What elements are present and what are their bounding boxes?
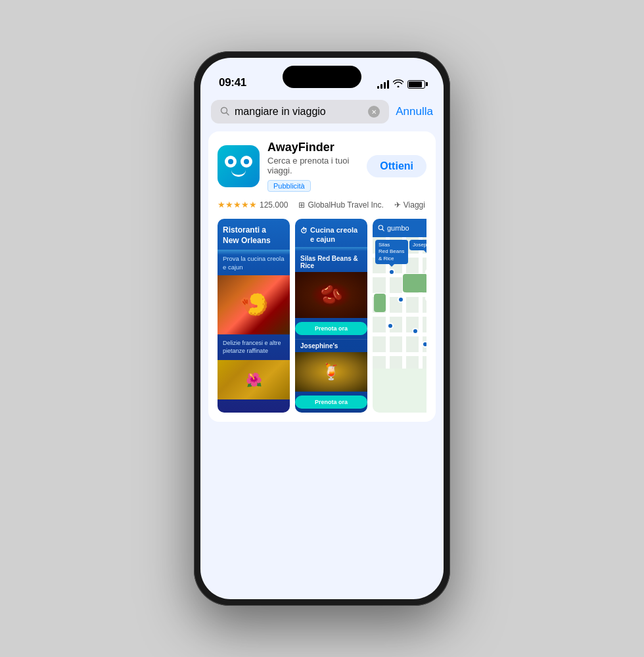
rating-count: 125.000 bbox=[260, 200, 288, 210]
map-pin-4 bbox=[425, 295, 426, 302]
map-pin-1 bbox=[388, 269, 395, 275]
screenshot-card-3: gumbo bbox=[373, 219, 426, 413]
map-park-2 bbox=[374, 294, 386, 312]
phone-screen: 09:41 bbox=[200, 58, 444, 599]
tooltip2-text: Josephine's bbox=[413, 242, 426, 248]
search-query: mangiare in viaggio bbox=[235, 106, 363, 118]
developer-item: ⊞ GlobalHub Travel Inc. bbox=[298, 200, 383, 210]
search-bar[interactable]: mangiare in viaggio ✕ bbox=[211, 100, 389, 124]
svg-line-1 bbox=[227, 112, 229, 115]
cancel-button[interactable]: Annulla bbox=[396, 105, 433, 118]
book-button-2[interactable]: Prenota ora bbox=[295, 396, 367, 409]
rating-item: ★★★★★ 125.000 bbox=[218, 200, 288, 210]
map-pin-7 bbox=[422, 341, 426, 348]
dynamic-island bbox=[283, 66, 361, 88]
map-search-bar[interactable]: gumbo bbox=[373, 219, 426, 237]
developer-icon: ⊞ bbox=[298, 200, 305, 210]
restaurant2-name: Josephine's bbox=[295, 340, 367, 352]
search-bar-container: mangiare in viaggio ✕ Annulla bbox=[200, 95, 444, 131]
app-info: AwayFinder Cerca e prenota i tuoi viaggi… bbox=[267, 141, 359, 192]
star-rating: ★★★★★ bbox=[218, 200, 257, 210]
map-search-icon bbox=[378, 225, 384, 231]
search-icon bbox=[220, 106, 229, 118]
app-meta: ★★★★★ 125.000 ⊞ GlobalHub Travel Inc. ✈ … bbox=[218, 200, 426, 210]
beans-food-image: 🫘 bbox=[295, 272, 367, 318]
card1-subtitle: Prova la cucina creola e cajun bbox=[218, 255, 290, 275]
card2-section-1: Silas Red Beans & Rice 🫘 Prenota ora bbox=[295, 251, 367, 340]
card1-footer: Delizie francesi e altre pietanze raffin… bbox=[218, 334, 290, 360]
app-store-card: AwayFinder Cerca e prenota i tuoi viaggi… bbox=[208, 131, 436, 422]
app-description: Cerca e prenota i tuoi viaggi. bbox=[267, 156, 359, 175]
map-area: SilasRed Beans& Rice Josephine's bbox=[373, 237, 426, 369]
map-tooltip-2: Josephine's bbox=[409, 240, 426, 250]
svg-line-3 bbox=[382, 229, 384, 231]
phone-frame: 09:41 bbox=[194, 51, 450, 606]
status-icons bbox=[377, 79, 425, 89]
app-header: AwayFinder Cerca e prenota i tuoi viaggi… bbox=[218, 141, 426, 192]
restaurant1-name: Silas Red Beans & Rice bbox=[295, 251, 367, 272]
restaurant1-image: 🫘 bbox=[295, 272, 367, 318]
app-badge: Pubblicità bbox=[267, 180, 311, 192]
map-search-query: gumbo bbox=[387, 224, 409, 232]
app-icon bbox=[218, 145, 260, 187]
signal-icon bbox=[377, 80, 389, 89]
shrimp-decoration: 🍤 bbox=[218, 275, 290, 334]
category-name: Viaggi bbox=[403, 200, 425, 210]
card2-title: Cucina creola e cajun bbox=[310, 225, 362, 244]
book-button-1[interactable]: Prenota ora bbox=[295, 322, 367, 335]
battery-icon bbox=[407, 80, 425, 89]
get-app-button[interactable]: Ottieni bbox=[367, 155, 426, 177]
clock-icon: ⏱ bbox=[300, 226, 308, 235]
category-icon: ✈ bbox=[394, 200, 401, 210]
card1-food-image: 🍤 bbox=[218, 275, 290, 334]
category-item: ✈ Viaggi bbox=[394, 200, 425, 210]
map-tooltip-1: SilasRed Beans& Rice bbox=[375, 240, 408, 264]
map-park-1 bbox=[403, 274, 426, 292]
wifi-icon bbox=[393, 79, 403, 89]
screenshot-card-2: ⏱ Cucina creola e cajun Silas Red Beans … bbox=[295, 219, 367, 413]
screenshots-row: Ristoranti a New Orleans Prova la cucina… bbox=[218, 219, 426, 413]
map-pin-3 bbox=[398, 296, 404, 303]
map-pin-5 bbox=[387, 323, 394, 329]
developer-name: GlobalHub Travel Inc. bbox=[308, 200, 383, 210]
card1-title: Ristoranti a New Orleans bbox=[218, 219, 290, 250]
card2-header: ⏱ Cucina creola e cajun bbox=[295, 219, 367, 247]
restaurant2-image: 🍹 bbox=[295, 352, 367, 392]
search-clear-button[interactable]: ✕ bbox=[368, 106, 380, 118]
status-time: 09:41 bbox=[219, 76, 246, 89]
road-v-3 bbox=[419, 237, 423, 369]
app-name: AwayFinder bbox=[267, 141, 359, 154]
screenshot-card-1: Ristoranti a New Orleans Prova la cucina… bbox=[218, 219, 290, 413]
map-pin-6 bbox=[412, 328, 419, 334]
tooltip1-text: SilasRed Beans& Rice bbox=[379, 242, 405, 261]
